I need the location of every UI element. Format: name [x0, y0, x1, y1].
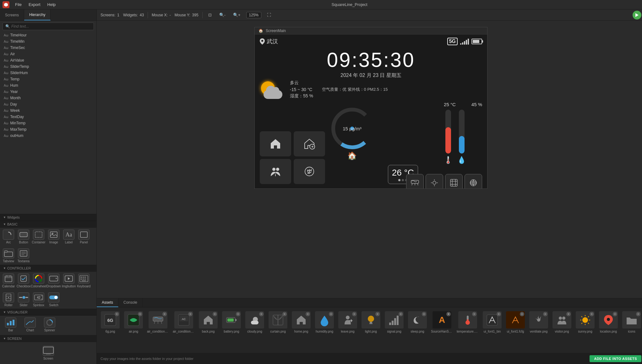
widget-label[interactable]: Aa Label	[62, 228, 76, 246]
asset-leave[interactable]: × leave.png	[337, 310, 359, 350]
close-icon[interactable]: ×	[213, 312, 217, 316]
widget-keyboard[interactable]: Keyboard	[77, 272, 91, 290]
ac-btn-3[interactable]	[445, 174, 463, 188]
list-item[interactable]: AωAirValue	[0, 57, 96, 63]
asset-6g[interactable]: × 6G 6g.png	[99, 310, 121, 350]
add-file-button[interactable]: ADD FILE INTO ASSETS	[590, 355, 641, 362]
widget-switch[interactable]: Switch	[46, 291, 61, 309]
close-icon[interactable]: ×	[636, 312, 640, 316]
close-icon[interactable]: ×	[472, 312, 476, 316]
close-icon[interactable]: ×	[329, 312, 333, 316]
list-item[interactable]: AωMonth	[0, 95, 96, 101]
tab-screens[interactable]: Screens	[0, 9, 24, 20]
list-item[interactable]: AωTimeMin	[0, 38, 96, 45]
close-icon[interactable]: ×	[306, 312, 310, 316]
list-item[interactable]: AωSliderTemp	[0, 63, 96, 70]
widgets-section-header[interactable]: ▼ Widgets	[0, 214, 96, 221]
tab-assets[interactable]: Assets	[97, 298, 118, 307]
screen-canvas[interactable]: 武汉 5G	[255, 35, 487, 188]
visualiser-section-header[interactable]: ▼ VISUALISER	[0, 309, 96, 316]
home-btn[interactable]	[260, 131, 291, 156]
list-item[interactable]: AωHum	[0, 82, 96, 89]
asset-ventilate[interactable]: × ventilate.png	[528, 310, 550, 350]
close-icon[interactable]: ×	[422, 312, 426, 316]
close-icon[interactable]: ×	[282, 312, 287, 316]
fit-screen-button[interactable]: ⊡	[206, 12, 214, 18]
ac-btn-1[interactable]	[406, 174, 424, 188]
list-item[interactable]: AωYear	[0, 89, 96, 95]
widget-bar[interactable]: Bar	[1, 316, 20, 334]
widget-dropdown[interactable]: Dropdown	[46, 272, 61, 290]
tab-console[interactable]: Console	[118, 298, 143, 307]
widget-screen[interactable]: Screen	[42, 344, 55, 362]
basic-section-header[interactable]: ▼ BASIC	[0, 221, 96, 228]
asset-icons-folder[interactable]: × icons	[621, 310, 642, 350]
hum-slider[interactable]: 💧	[457, 110, 466, 164]
widget-textarea[interactable]: Textarea	[16, 247, 31, 265]
close-icon[interactable]: ×	[446, 312, 451, 316]
close-icon[interactable]: ×	[236, 312, 240, 316]
close-icon[interactable]: ×	[259, 312, 264, 316]
widget-colorwheel[interactable]: Colorwheel	[31, 272, 46, 290]
asset-signal[interactable]: × signal.png	[383, 310, 405, 350]
close-icon[interactable]: ×	[115, 312, 119, 316]
list-item[interactable]: AωTimeHour	[0, 32, 96, 38]
asset-font[interactable]: × A SourceHanSansSC-Regular	[430, 310, 454, 350]
controller-section-header[interactable]: ▼ CONTROLLER	[0, 265, 96, 272]
widget-container[interactable]: Container	[31, 228, 46, 246]
asset-font3[interactable]: × ui_font1.fcfg	[504, 310, 526, 350]
screen-section-header[interactable]: ▼ SCREEN	[0, 335, 96, 342]
asset-battery[interactable]: × battery.png	[220, 310, 242, 350]
asset-location[interactable]: × location.png	[597, 310, 619, 350]
tab-hierarchy[interactable]: Hierarchy	[24, 9, 51, 20]
list-item[interactable]: AωoutHum	[0, 133, 96, 139]
widget-arc[interactable]: Arc	[1, 228, 16, 246]
list-item[interactable]: AωSliderHum	[0, 70, 96, 76]
asset-sleep[interactable]: × sleep.png	[406, 310, 428, 350]
widget-tabview[interactable]: Tabview	[1, 247, 16, 265]
close-icon[interactable]: ×	[375, 312, 380, 316]
menu-help[interactable]: Help	[44, 1, 59, 8]
close-icon[interactable]: ×	[352, 312, 356, 316]
play-button[interactable]	[633, 11, 641, 19]
list-item[interactable]: AωWeek	[0, 107, 96, 114]
ac-btn-4[interactable]	[465, 174, 482, 188]
asset-font2[interactable]: × ui_font1_bin	[481, 310, 503, 350]
menu-file[interactable]: File	[12, 1, 25, 8]
sleep-btn[interactable]	[294, 159, 325, 184]
visitor-btn[interactable]	[260, 159, 291, 184]
search-input[interactable]	[11, 24, 91, 29]
list-item[interactable]: AωAir	[0, 51, 96, 57]
asset-ac[interactable]: × air_conditioner.png	[146, 310, 170, 350]
asset-temp[interactable]: × temperature.png	[455, 310, 480, 350]
widget-chart[interactable]: Chart	[21, 316, 40, 334]
list-item[interactable]: AωTemp	[0, 76, 96, 82]
zoom-out-button[interactable]: 🔍-	[217, 12, 227, 18]
asset-sunny[interactable]: × sunny.png	[574, 310, 596, 350]
widget-button[interactable]: Button	[16, 228, 31, 246]
widget-checkbox[interactable]: Checkbox	[16, 272, 31, 290]
widget-spinner[interactable]: Spinner	[40, 316, 59, 334]
close-icon[interactable]: ×	[497, 312, 501, 316]
close-icon[interactable]: ×	[520, 312, 524, 316]
widget-slider[interactable]: Slider	[16, 291, 31, 309]
close-icon[interactable]: ×	[543, 312, 547, 316]
asset-light[interactable]: × light.png	[360, 310, 382, 350]
ac-btn-2[interactable]	[426, 174, 443, 188]
close-icon[interactable]: ×	[399, 312, 403, 316]
list-item[interactable]: AωMinTemp	[0, 120, 96, 126]
close-icon[interactable]: ×	[138, 312, 142, 316]
widget-imgbutton[interactable]: Imgbutton	[62, 272, 76, 290]
zoom-display[interactable]: 125%	[246, 12, 262, 18]
fullscreen-button[interactable]: ⛶	[265, 12, 273, 18]
asset-ac-panel[interactable]: × AC air_conditioner_panel.png	[171, 310, 196, 350]
list-item[interactable]: AωTextDay	[0, 114, 96, 120]
widget-calendar[interactable]: Calendar	[1, 272, 16, 290]
close-icon[interactable]: ×	[188, 312, 193, 316]
asset-home[interactable]: × home.png	[290, 310, 312, 350]
asset-cloudy[interactable]: × cloudy.png	[244, 310, 266, 350]
leave-btn[interactable]	[294, 131, 325, 156]
zoom-in-button[interactable]: 🔍+	[231, 12, 242, 18]
close-icon[interactable]: ×	[590, 312, 594, 316]
close-icon[interactable]: ×	[566, 312, 571, 316]
